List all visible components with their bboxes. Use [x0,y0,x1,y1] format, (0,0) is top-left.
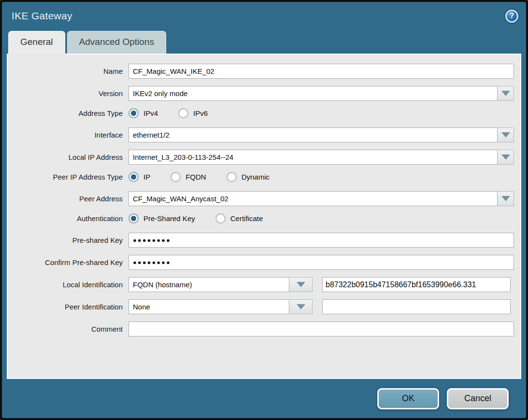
local-ip-address-label: Local IP Address [8,153,128,161]
peer-ip-type-fqdn-radio[interactable]: FQDN [171,172,206,182]
interface-select[interactable]: ethernet1/2 [128,127,514,142]
peer-identification-dropdown-button[interactable] [289,299,313,314]
peer-ip-type-ip-label: IP [143,173,150,181]
radio-unselected-icon [227,172,237,182]
local-identification-type-select[interactable]: FQDN (hostname) [128,277,313,292]
chevron-down-icon [501,91,510,96]
local-identification-row: Local Identification FQDN (hostname) [8,277,520,292]
general-tab-panel: Name Version IKEv2 only mode Address Typ… [7,54,521,379]
peer-address-label: Peer Address [8,195,128,203]
title-bar: IKE Gateway ? [2,2,526,30]
radio-unselected-icon [178,108,188,118]
local-identification-type-value: FQDN (hostname) [128,277,289,292]
radio-selected-icon [128,213,139,224]
address-type-ipv4-radio[interactable]: IPv4 [128,108,158,118]
radio-selected-icon [128,172,139,182]
tab-advanced-options-label: Advanced Options [79,37,154,47]
peer-identification-type-value: None [128,299,289,314]
local-ip-address-value: Internet_L3_203-0-113-254--24 [128,150,498,165]
peer-ip-type-dynamic-radio[interactable]: Dynamic [227,172,270,182]
interface-value: ethernet1/2 [128,127,498,142]
peer-address-value: CF_Magic_WAN_Anycast_02 [128,191,498,206]
confirm-pre-shared-key-row: Confirm Pre-shared Key [8,255,520,270]
comment-input[interactable] [128,322,514,336]
peer-identification-value-input[interactable] [322,299,511,314]
peer-ip-address-type-row: Peer IP Address Type IP FQDN Dynamic [8,172,520,182]
version-dropdown-button[interactable] [498,86,514,101]
address-type-ipv6-label: IPv6 [193,109,208,117]
version-row: Version IKEv2 only mode [8,86,520,101]
peer-ip-type-dynamic-label: Dynamic [242,173,270,181]
local-identification-value-input[interactable] [322,277,511,292]
authentication-label: Authentication [8,214,128,223]
peer-ip-type-fqdn-label: FQDN [186,173,206,181]
confirm-pre-shared-key-input[interactable] [128,255,514,270]
auth-pre-shared-key-label: Pre-Shared Key [143,214,195,223]
footer-bar: OK Cancel [2,379,526,418]
peer-identification-label: Peer Identification [8,303,128,311]
radio-unselected-icon [171,172,181,182]
dialog-title: IKE Gateway [12,10,72,22]
tab-general-label: General [20,37,53,47]
auth-certificate-radio[interactable]: Certificate [215,213,263,224]
tab-strip: General Advanced Options [2,30,526,54]
ok-button[interactable]: OK [377,388,439,409]
peer-ip-type-ip-radio[interactable]: IP [128,172,150,182]
version-value: IKEv2 only mode [128,86,498,101]
help-icon[interactable]: ? [505,10,518,23]
name-input[interactable] [128,64,514,79]
peer-identification-row: Peer Identification None [8,299,520,314]
address-type-ipv6-radio[interactable]: IPv6 [178,108,208,118]
peer-address-row: Peer Address CF_Magic_WAN_Anycast_02 [8,191,520,206]
address-type-label: Address Type [8,109,128,117]
address-type-row: Address Type IPv4 IPv6 [8,108,520,118]
chevron-down-icon [501,154,510,160]
auth-certificate-label: Certificate [230,214,263,223]
pre-shared-key-input[interactable] [128,233,514,248]
local-identification-dropdown-button[interactable] [289,277,313,292]
local-ip-address-select[interactable]: Internet_L3_203-0-113-254--24 [128,150,514,165]
peer-identification-type-select[interactable]: None [128,299,313,314]
pre-shared-key-label: Pre-shared Key [8,236,128,244]
name-label: Name [8,67,128,75]
comment-row: Comment [8,322,520,336]
help-glyph: ? [510,12,514,20]
name-row: Name [8,64,520,79]
radio-selected-icon [128,108,139,118]
cancel-button[interactable]: Cancel [447,388,509,409]
chevron-down-icon [297,282,305,287]
comment-label: Comment [8,325,128,333]
local-identification-label: Local Identification [8,280,128,289]
radio-unselected-icon [215,213,226,224]
chevron-down-icon [501,196,510,201]
address-type-ipv4-label: IPv4 [143,109,158,117]
tab-advanced-options[interactable]: Advanced Options [67,31,166,54]
confirm-pre-shared-key-label: Confirm Pre-shared Key [8,258,128,266]
peer-address-dropdown-button[interactable] [498,191,514,206]
ike-gateway-dialog: IKE Gateway ? General Advanced Options N… [0,0,528,420]
authentication-row: Authentication Pre-Shared Key Certificat… [8,213,520,224]
interface-label: Interface [8,131,128,139]
local-ip-address-dropdown-button[interactable] [498,150,514,165]
local-ip-address-row: Local IP Address Internet_L3_203-0-113-2… [8,150,520,165]
auth-pre-shared-key-radio[interactable]: Pre-Shared Key [128,213,195,224]
peer-address-select[interactable]: CF_Magic_WAN_Anycast_02 [128,191,514,206]
version-select[interactable]: IKEv2 only mode [128,86,514,101]
chevron-down-icon [501,132,510,138]
chevron-down-icon [297,304,305,309]
peer-ip-address-type-label: Peer IP Address Type [8,173,128,181]
interface-row: Interface ethernet1/2 [8,127,520,142]
interface-dropdown-button[interactable] [498,127,514,142]
pre-shared-key-row: Pre-shared Key [8,233,520,248]
version-label: Version [8,89,128,98]
tab-general[interactable]: General [8,31,65,55]
